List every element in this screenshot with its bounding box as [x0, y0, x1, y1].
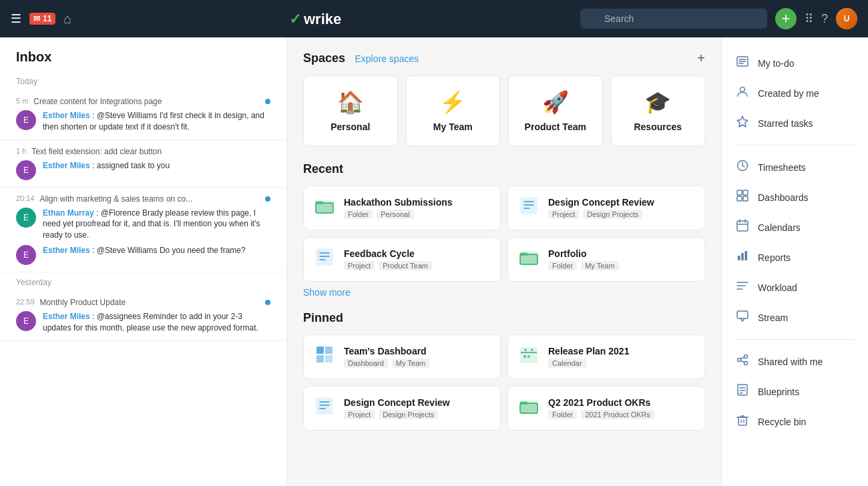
avatar[interactable]: U	[836, 8, 857, 29]
hamburger-icon[interactable]: ☰	[11, 11, 21, 26]
recent-item-hackathon[interactable]: Hackathon Submissions Folder Personal	[303, 186, 501, 230]
stream-icon	[735, 309, 750, 326]
svg-rect-48	[743, 196, 748, 201]
item-meta: Dashboard My Team	[344, 358, 429, 368]
inbox-item[interactable]: 1 h Text field extension: add clear butt…	[0, 140, 286, 188]
pinned-grid: Team's Dashboard Dashboard My Team Relea…	[303, 334, 705, 431]
sidebar-item-my-todo[interactable]: My to-do	[722, 48, 868, 78]
inbox-item-header: 5 m Create content for Integrations page	[16, 97, 270, 106]
sidebar-item-timesheets[interactable]: Timesheets	[722, 152, 868, 182]
sidebar-label: Calendars	[758, 222, 801, 233]
svg-text:wrike: wrike	[303, 11, 341, 27]
inbox-time: 1 h	[16, 147, 26, 155]
recent-item-feedback[interactable]: Feedback Cycle Project Product Team	[303, 237, 501, 282]
home-icon[interactable]: ⌂	[63, 11, 71, 27]
inbox-count: 11	[43, 14, 51, 23]
item-space-tag: Design Projects	[583, 210, 642, 219]
logo-svg: ✓ wrike	[289, 9, 363, 28]
item-type-tag: Project	[344, 410, 375, 419]
inbox-item[interactable]: 20:14 Align with marketing & sales teams…	[0, 188, 286, 272]
svg-rect-26	[523, 355, 526, 358]
inbox-dot	[265, 99, 270, 104]
inbox-text: Ethan Murray : @Florence Brady please re…	[43, 208, 270, 241]
pinned-item-design-review[interactable]: Design Concept Review Project Design Pro…	[303, 386, 501, 431]
blueprints-icon	[735, 383, 750, 400]
search-input[interactable]	[580, 9, 767, 29]
space-card-myteam[interactable]: ⚡ My Team	[406, 75, 501, 146]
space-card-resources[interactable]: 🎓 Resources	[611, 75, 706, 146]
item-space-tag: Product Team	[379, 261, 432, 270]
sidebar-item-stream[interactable]: Stream	[722, 302, 868, 332]
timesheets-icon	[735, 159, 750, 176]
svg-rect-6	[521, 198, 537, 214]
sidebar-item-created-by-me[interactable]: Created by me	[722, 78, 868, 108]
sidebar-item-dashboards[interactable]: Dashboards	[722, 182, 868, 212]
sidebar-item-shared-with-me[interactable]: Shared with me	[722, 346, 868, 377]
svg-rect-59	[737, 311, 748, 318]
sender-name[interactable]: Esther Miles	[43, 246, 90, 255]
space-card-productteam[interactable]: 🚀 Product Team	[508, 75, 603, 146]
sidebar-label: Dashboards	[758, 192, 809, 203]
sidebar-label: Recycle bin	[758, 417, 806, 427]
shared-icon	[735, 353, 750, 370]
calendar-icon	[519, 344, 539, 369]
inbox-item-header: 20:14 Align with marketing & sales teams…	[16, 194, 270, 204]
sidebar-item-workload[interactable]: Workload	[722, 272, 868, 302]
sidebar-item-calendars[interactable]: Calendars	[722, 212, 868, 242]
sidebar-item-blueprints[interactable]: Blueprints	[722, 377, 868, 407]
item-meta: Folder Personal	[344, 210, 453, 219]
item-space-tag: My Team	[392, 358, 429, 368]
pinned-item-okrs[interactable]: Q2 2021 Product OKRs Folder 2021 Product…	[507, 386, 705, 431]
item-name: Design Concept Review	[344, 397, 450, 408]
item-space-tag: 2021 Product OKRs	[581, 410, 654, 419]
item-name: Q2 2021 Product OKRs	[548, 397, 654, 408]
item-name: Release Plan 2021	[548, 346, 629, 356]
recent-item-portfolio[interactable]: Portfolio Folder My Team	[507, 237, 705, 282]
inbox-badge[interactable]: ✉ 11	[29, 13, 55, 25]
item-space-tag: Design Projects	[379, 410, 438, 419]
sender-name[interactable]: Esther Miles	[43, 161, 90, 170]
sidebar-item-starred-tasks[interactable]: Starred tasks	[722, 108, 868, 138]
item-info: Hackathon Submissions Folder Personal	[344, 197, 453, 219]
recent-grid: Hackathon Submissions Folder Personal De…	[303, 186, 705, 282]
inbox-message2: E Esther Miles : @Steve Williams Do you …	[16, 245, 270, 265]
inbox-text: Esther Miles : @Steve Williams Do you ne…	[43, 245, 246, 256]
sidebar-item-reports[interactable]: Reports	[722, 242, 868, 272]
pinned-item-release[interactable]: Release Plan 2021 Calendar	[507, 334, 705, 379]
sender-name[interactable]: Ethan Murray	[43, 208, 94, 218]
sender-name[interactable]: Esther Miles	[43, 312, 90, 321]
inbox-task-title: Align with marketing & sales teams on co…	[40, 194, 260, 204]
item-type-tag: Folder	[548, 410, 577, 419]
avatar: E	[16, 245, 36, 265]
explore-spaces-link[interactable]: Explore spaces	[355, 53, 419, 64]
nav-center: ✓ wrike	[79, 9, 572, 28]
sidebar-label: Shared with me	[758, 356, 823, 367]
recent-item-design-review[interactable]: Design Concept Review Project Design Pro…	[507, 186, 705, 230]
item-meta: Project Design Projects	[548, 210, 654, 219]
myteam-icon: ⚡	[439, 89, 466, 115]
svg-point-62	[744, 362, 748, 365]
add-button[interactable]: +	[775, 8, 797, 29]
sidebar-item-recycle-bin[interactable]: Recycle bin	[722, 407, 868, 437]
inbox-item[interactable]: 22:59 Monthly Product Update E Esther Mi…	[0, 291, 286, 341]
add-space-button[interactable]: +	[697, 51, 705, 66]
item-meta: Project Design Projects	[344, 410, 450, 419]
pinned-item-dashboard[interactable]: Team's Dashboard Dashboard My Team	[303, 334, 501, 379]
inbox-scroll: Today 5 m Create content for Integration…	[0, 71, 286, 486]
inbox-task-title: Text field extension: add clear button	[31, 147, 265, 156]
show-more-button[interactable]: Show more	[303, 287, 351, 298]
recycle-bin-icon	[735, 413, 750, 430]
svg-rect-47	[737, 196, 742, 201]
sender-name[interactable]: Esther Miles	[43, 111, 90, 120]
inbox-item[interactable]: 5 m Create content for Integrations page…	[0, 90, 286, 140]
avatar: E	[16, 208, 36, 228]
space-card-personal[interactable]: 🏠 Personal	[303, 75, 398, 146]
spaces-header: Spaces Explore spaces +	[303, 51, 705, 66]
sidebar-divider	[735, 339, 855, 340]
apps-icon[interactable]: ⠿	[805, 11, 813, 26]
help-icon[interactable]: ?	[821, 12, 828, 26]
svg-rect-18	[316, 346, 324, 354]
svg-point-61	[744, 355, 748, 358]
item-info: Team's Dashboard Dashboard My Team	[344, 346, 429, 368]
svg-marker-41	[737, 116, 748, 127]
